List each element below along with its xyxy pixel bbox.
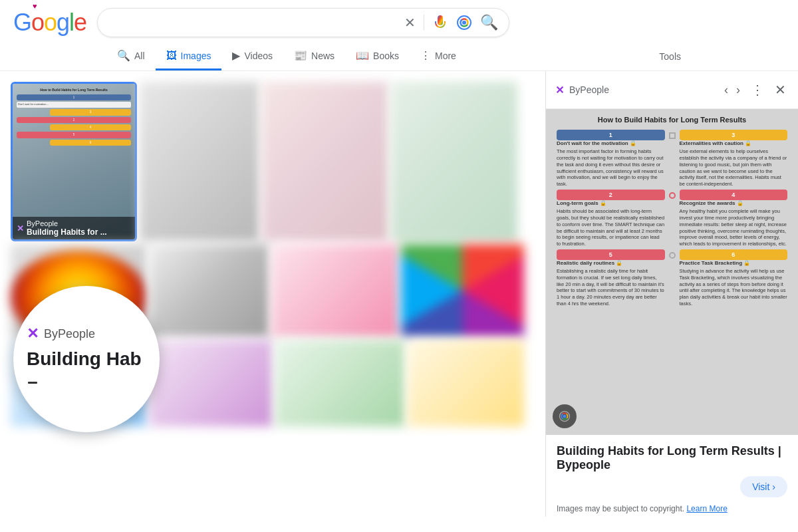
svg-point-5 (563, 415, 567, 418)
tooltip-source: ✕ ByPeople (27, 325, 146, 342)
panel-image-area[interactable]: How to Build Habits for Long Term Result… (546, 109, 798, 435)
panel-navigation: ‹ › (722, 80, 743, 100)
step-5-content: Realistic daily routines 🔒 Establishing … (557, 260, 665, 307)
panel-header: ✕ ByPeople ‹ › ⋮ ✕ (546, 71, 798, 109)
copyright-notice: Images may be subject to copyright. Lear… (557, 504, 787, 513)
image-thumb[interactable] (272, 244, 398, 337)
search-icon: 🔍 (480, 14, 498, 31)
nav-tabs: 🔍 All 🖼 Images ▶ Videos 📰 News 📖 Books ⋮… (0, 43, 798, 71)
source-x-icon: ✕ (17, 223, 24, 233)
step-5-title: Realistic daily routines 🔒 (557, 260, 665, 267)
step-6-content: Practice Task Bracketing 🔒 Studying in a… (680, 260, 788, 307)
arrow-icon: › (772, 481, 775, 492)
panel-title: Building Habits for Long Term Results | … (557, 444, 787, 472)
step-4-title: Recognize the awards 🔒 (680, 200, 788, 207)
main-content: How to Build Habits for Long Term Result… (0, 71, 798, 517)
tab-books[interactable]: 📖 Books (345, 43, 410, 70)
panel-menu-button[interactable]: ⋮ (748, 79, 767, 100)
step-5: 5 Realistic daily routines 🔒 Establishin… (557, 249, 665, 307)
panel-visit-row: Visit › (557, 476, 787, 497)
step-row-1-3: 1 Don't wait for the motivation 🔒 The mo… (557, 130, 787, 188)
image-thumb[interactable] (275, 340, 405, 426)
right-panel: ✕ ByPeople ‹ › ⋮ ✕ How to Build Habits f… (545, 71, 798, 517)
step-3-badge: 3 (680, 130, 788, 140)
image-row-1: How to Build Habits for Long Term Result… (11, 82, 545, 241)
tab-all[interactable]: 🔍 All (106, 43, 156, 70)
image-thumb[interactable] (262, 82, 388, 241)
step-6-text: Studying in advance the activity will he… (680, 268, 788, 307)
tab-videos[interactable]: ▶ Videos (221, 43, 283, 70)
step-2-content: Long-term goals 🔒 Habits should be assoc… (557, 200, 665, 247)
search-tab-icon: 🔍 (117, 49, 130, 62)
microphone-button[interactable] (432, 15, 448, 31)
panel-source-x-icon: ✕ (555, 84, 564, 96)
visit-button[interactable]: Visit › (740, 476, 787, 497)
videos-tab-icon: ▶ (232, 49, 240, 62)
learn-more-link[interactable]: Learn More (686, 504, 727, 513)
search-bar-icons: ✕ (404, 14, 498, 31)
step-4-text: Any healthy habit you complete will make… (680, 208, 788, 247)
search-submit-button[interactable]: 🔍 (480, 14, 498, 31)
logo-o1: o (31, 9, 44, 36)
logo-e: e (74, 9, 86, 36)
panel-source-name: ByPeople (569, 84, 716, 95)
image-source-label: ✕ ByPeople Building Habits for ... (13, 217, 135, 239)
image-thumb[interactable] (140, 82, 259, 241)
step-1-badge: 1 (557, 130, 665, 140)
books-tab-icon: 📖 (356, 49, 369, 62)
search-input[interactable]: habits for long term results (108, 17, 399, 29)
step-row-2-4: 2 Long-term goals 🔒 Habits should be ass… (557, 190, 787, 247)
source-name: ByPeople (27, 219, 107, 227)
logo-heart: ♥ (33, 2, 37, 10)
selected-image[interactable]: How to Build Habits for Long Term Result… (11, 82, 137, 241)
step-6: 6 Practice Task Bracketing 🔒 Studying in… (680, 249, 788, 307)
news-tab-icon: 📰 (294, 49, 307, 62)
step-3-content: Externalities with caution 🔒 Use externa… (680, 140, 788, 188)
step-2: 2 Long-term goals 🔒 Habits should be ass… (557, 190, 665, 247)
more-tab-icon: ⋮ (420, 49, 431, 62)
image-thumb[interactable] (401, 244, 524, 337)
step-1: 1 Don't wait for the motivation 🔒 The mo… (557, 130, 665, 188)
tab-news[interactable]: 📰 News (283, 43, 345, 70)
tools-button[interactable]: Tools (648, 45, 692, 68)
tooltip-content: ✕ ByPeople Building Hab (13, 312, 160, 406)
step-6-badge: 6 (680, 249, 788, 260)
panel-footer: Building Habits for Long Term Results | … (546, 435, 798, 517)
google-logo[interactable]: G o♥ogle (13, 9, 86, 37)
image-thumb[interactable] (150, 340, 273, 426)
tab-more[interactable]: ⋮ More (410, 43, 467, 70)
google-lens-button[interactable] (456, 15, 472, 31)
step-6-title: Practice Task Bracketing 🔒 (680, 260, 788, 267)
step-4-content: Recognize the awards 🔒 Any healthy habit… (680, 200, 788, 247)
panel-close-button[interactable]: ✕ (772, 79, 789, 100)
image-title: Building Habits for ... (27, 227, 107, 237)
image-thumb[interactable] (408, 340, 524, 426)
step-1-title: Don't wait for the motivation 🔒 (557, 140, 665, 147)
infographic-title: How to Build Habits for Long Term Result… (546, 109, 798, 128)
step-2-title: Long-term goals 🔒 (557, 200, 665, 207)
logo-o2: o (44, 9, 57, 36)
image-tooltip-popup: ✕ ByPeople Building Hab (13, 286, 160, 432)
images-tab-icon: 🖼 (166, 50, 177, 62)
tab-images[interactable]: 🖼 Images (156, 43, 222, 70)
step-1-content: Don't wait for the motivation 🔒 The most… (557, 140, 665, 188)
clear-button[interactable]: ✕ (404, 15, 416, 31)
step-3: 3 Externalities with caution 🔒 Use exter… (680, 130, 788, 188)
step-4: 4 Recognize the awards 🔒 Any healthy hab… (680, 190, 788, 247)
logo-g2: g (57, 9, 69, 36)
lens-overlay-button[interactable] (553, 404, 577, 428)
step-2-text: Habits should be associated with long-te… (557, 208, 665, 247)
panel-prev-button[interactable]: ‹ (722, 80, 731, 100)
image-thumb[interactable] (150, 244, 269, 337)
step-5-badge: 5 (557, 249, 665, 260)
step-3-text: Use external elements to help ourselves … (680, 148, 788, 188)
logo-g: G (13, 9, 31, 36)
clear-icon: ✕ (404, 15, 416, 31)
step-row-5-6: 5 Realistic daily routines 🔒 Establishin… (557, 249, 787, 307)
tooltip-title: Building Hab (27, 348, 146, 392)
header: G o♥ogle habits for long term results ✕ (0, 0, 798, 43)
step-3-title: Externalities with caution 🔒 (680, 140, 788, 147)
image-thumb[interactable] (391, 82, 517, 241)
panel-next-button[interactable]: › (733, 80, 743, 100)
infographic: How to Build Habits for Long Term Result… (546, 109, 798, 435)
